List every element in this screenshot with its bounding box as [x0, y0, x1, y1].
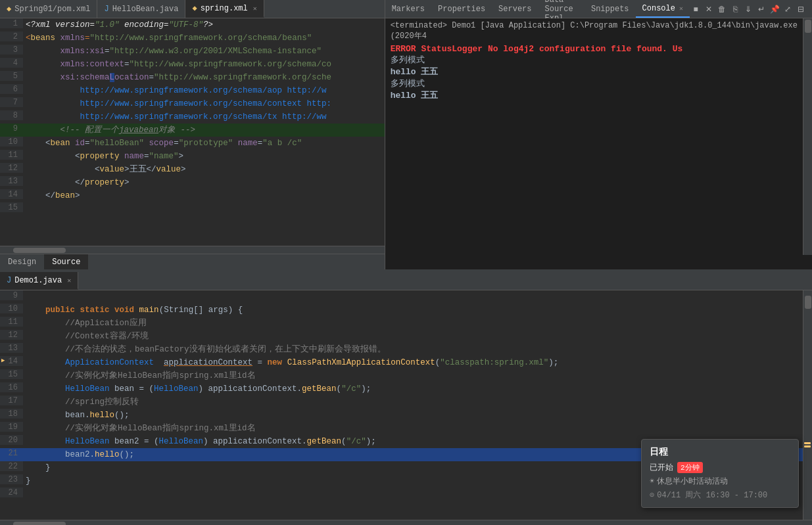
- java-line-11: 11 //Application应用: [0, 317, 803, 330]
- code-line-2: 2 <beans xmlns="http://www.springframewo…: [0, 32, 385, 45]
- close-console-button[interactable]: ✕: [703, 3, 715, 15]
- tab-servers[interactable]: Servers: [492, 0, 538, 18]
- stop-button[interactable]: ■: [690, 3, 702, 15]
- xml-code-content: 1 <?xml version="1.0" encoding="UTF-8"?>…: [0, 18, 385, 246]
- code-line-10: 10 <bean id="helloBean" scope="prototype…: [0, 137, 385, 150]
- error-line: ERROR StatusLogger No log4j2 configurati…: [391, 44, 807, 54]
- java-h-scrollbar[interactable]: [0, 520, 812, 525]
- console-v-scrollbar[interactable]: [803, 18, 812, 255]
- java-v-scrollbar[interactable]: [803, 290, 812, 520]
- code-line-6: 6 http://www.springframework.org/schema/…: [0, 84, 385, 97]
- source-tab[interactable]: Source: [44, 254, 88, 269]
- code-line-9: 9 <!-- 配置一个javabean对象 -->: [0, 124, 385, 137]
- java-h-thumb[interactable]: [13, 522, 66, 525]
- code-line-1: 1 <?xml version="1.0" encoding="UTF-8"?>: [0, 18, 385, 32]
- console-close-icon[interactable]: ✕: [679, 5, 683, 12]
- code-line-14: 14 </bean>: [0, 189, 385, 202]
- console-panel: Markers Properties Servers Data Source E…: [385, 0, 812, 269]
- tab-hellobean[interactable]: J HelloBean.java: [97, 0, 185, 18]
- notif-activity: ☀ 休息半小时活动活动: [650, 476, 790, 487]
- notification-popup: 日程 已开始 2分钟 ☀ 休息半小时活动活动 ⊙ 04/11 周六 16:30 …: [641, 439, 799, 508]
- tab-demo1-java[interactable]: J Demo1.java ✕: [0, 272, 78, 290]
- console-output: <terminated> Demo1 [Java Application] C:…: [385, 18, 812, 269]
- maximize-button[interactable]: ⤢: [782, 3, 794, 15]
- java-line-15: 15 //实例化对象HelloBean指向spring.xml里id名: [0, 369, 803, 382]
- java-line-10: 10 public static void main(String[] args…: [0, 304, 803, 317]
- scroll-marker-1: [804, 442, 811, 444]
- code-line-3: 3 xmlns:xsi="http://www.w3.org/2001/XMLS…: [0, 45, 385, 58]
- tab-close-icon[interactable]: ✕: [253, 5, 257, 12]
- pin-button[interactable]: 📌: [769, 3, 780, 15]
- bottom-area: J Demo1.java ✕ 9 10 public static void m…: [0, 272, 812, 525]
- java-line-18: 18 bean.hello();: [0, 409, 803, 422]
- copy-button[interactable]: ⎘: [729, 3, 741, 15]
- design-tab[interactable]: Design: [0, 254, 44, 269]
- console-toolbar: ■ ✕ 🗑 ⎘ ⇓ ↵ 📌 ⤢ ⊟: [690, 3, 812, 15]
- notif-title: 日程: [650, 446, 790, 458]
- demo1-tab-close-icon[interactable]: ✕: [67, 277, 71, 285]
- tab-spring-xml[interactable]: ◆ spring.xml ✕: [185, 0, 264, 18]
- java-line-12: 12 //Context容器/环境: [0, 330, 803, 343]
- output-line-3: hello 王五: [391, 66, 807, 78]
- java-line-13: 13 //不合法的状态，beanFactory没有初始化或者关闭，在上下文中刷新…: [0, 343, 803, 356]
- java-line-14: ▶14 ApplicationContext applicationContex…: [0, 356, 803, 369]
- java-line-9: 9: [0, 290, 803, 304]
- java-line-19: 19 //实例化对象HelloBean指向spring.xml里id名: [0, 422, 803, 435]
- tab-datasource[interactable]: Data Source Expl...: [538, 0, 585, 18]
- java-file-icon: J: [7, 276, 11, 285]
- minimize-button[interactable]: ⊟: [795, 3, 807, 15]
- xml-icon: ◆: [192, 3, 197, 13]
- xml-editor: ◆ Spring01/pom.xml J HelloBean.java ◆ sp…: [0, 0, 385, 269]
- console-v-scrollbar-thumb[interactable]: [805, 20, 811, 33]
- tab-snippets[interactable]: Snippets: [585, 0, 636, 18]
- notif-duration-badge: 2分钟: [677, 462, 703, 473]
- code-line-12: 12 <value>王五</value>: [0, 163, 385, 176]
- pom-icon: ◆: [7, 4, 11, 14]
- java-v-scrollbar-thumb[interactable]: [805, 296, 811, 309]
- word-wrap-button[interactable]: ↵: [755, 3, 767, 15]
- clear-button[interactable]: 🗑: [716, 3, 728, 15]
- java-icon: J: [104, 5, 108, 14]
- console-tab-bar: Markers Properties Servers Data Source E…: [385, 0, 812, 18]
- tab-markers[interactable]: Markers: [385, 0, 431, 18]
- notif-time: ⊙ 04/11 周六 16:30 - 17:00: [650, 490, 790, 501]
- scroll-lock-button[interactable]: ⇓: [742, 3, 754, 15]
- xml-h-scrollbar-thumb[interactable]: [13, 248, 66, 253]
- calendar-icon: ☀: [650, 476, 654, 486]
- xml-bottom-tabs: Design Source: [0, 254, 385, 269]
- notif-started-label: 已开始: [650, 462, 673, 473]
- java-tab-bar: J Demo1.java ✕: [0, 272, 812, 290]
- tab-pom-xml[interactable]: ◆ Spring01/pom.xml: [0, 0, 97, 18]
- xml-code-area: 1 <?xml version="1.0" encoding="UTF-8"?>…: [0, 18, 385, 246]
- code-line-8: 8 http://www.springframework.org/schema/…: [0, 110, 385, 124]
- scroll-marker-2: [804, 445, 811, 447]
- output-line-5: hello 王五: [391, 89, 807, 101]
- terminated-line: <terminated> Demo1 [Java Application] C:…: [391, 21, 807, 41]
- code-line-15: 15: [0, 202, 385, 216]
- code-line-11: 11 <property name="name">: [0, 150, 385, 163]
- notif-started: 已开始 2分钟: [650, 462, 790, 473]
- tab-console[interactable]: Console ✕: [636, 0, 690, 18]
- xml-h-scrollbar[interactable]: [0, 246, 385, 254]
- output-line-2: 多列模式: [391, 54, 807, 66]
- code-line-13: 13 </property>: [0, 176, 385, 189]
- code-line-5: 5 xsi:schemaLocation="http://www.springf…: [0, 71, 385, 84]
- tab-properties[interactable]: Properties: [431, 0, 492, 18]
- output-line-4: 多列模式: [391, 78, 807, 89]
- code-line-4: 4 xmlns:context="http://www.springframew…: [0, 58, 385, 71]
- code-line-7: 7 http://www.springframework.org/schema/…: [0, 97, 385, 110]
- xml-tab-bar: ◆ Spring01/pom.xml J HelloBean.java ◆ sp…: [0, 0, 385, 18]
- clock-icon: ⊙: [650, 490, 654, 500]
- top-area: ◆ Spring01/pom.xml J HelloBean.java ◆ sp…: [0, 0, 812, 269]
- java-line-17: 17 //spring控制反转: [0, 396, 803, 409]
- java-line-16: 16 HelloBean bean = (HelloBean) applicat…: [0, 382, 803, 396]
